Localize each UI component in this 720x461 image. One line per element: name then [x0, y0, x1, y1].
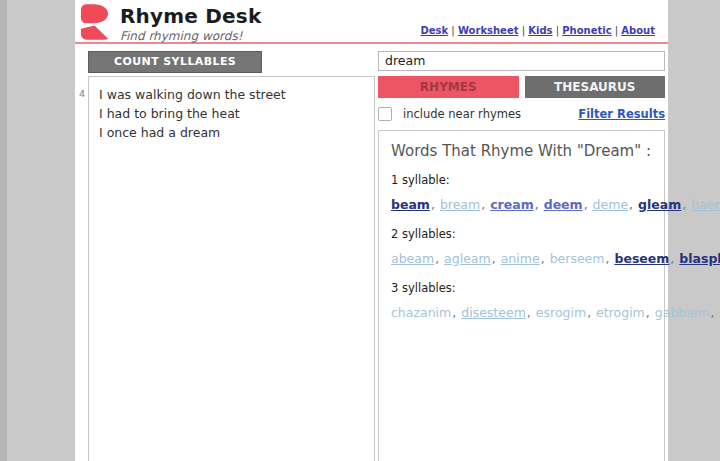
word-list: beam,bream,cream,deem,deme,gleam,haem,he…	[391, 195, 652, 214]
rhyme-word[interactable]: deme	[593, 197, 629, 212]
filter-results-link[interactable]: Filter Results	[578, 107, 665, 121]
nav-separator: |	[448, 25, 458, 36]
nav-link-worksheet[interactable]: Worksheet	[458, 25, 519, 36]
word-separator: ,	[535, 197, 539, 212]
word-separator: ,	[605, 251, 609, 266]
word-separator: ,	[711, 305, 715, 320]
nav-link-about[interactable]: About	[621, 25, 655, 36]
title-block: Rhyme Desk Find rhyming words!	[120, 4, 668, 43]
header: Rhyme Desk Find rhyming words! Desk | Wo…	[75, 0, 668, 44]
lyrics-textarea[interactable]: I was walking down the street I had to b…	[88, 76, 375, 461]
nav-separator: |	[518, 25, 528, 36]
rhyme-word: gabbaim	[655, 305, 710, 320]
word-separator: ,	[481, 197, 485, 212]
nav-link-kids[interactable]: Kids	[528, 25, 552, 36]
options-row: include near rhymes Filter Results	[378, 105, 665, 123]
rhyme-desk-logo-icon	[80, 3, 109, 40]
rhyme-word[interactable]: gleam	[638, 197, 681, 212]
include-near-rhymes-label: include near rhymes	[403, 107, 521, 121]
tab-rhymes[interactable]: RHYMES	[378, 76, 519, 98]
nav-link-desk[interactable]: Desk	[421, 25, 449, 36]
results-groups: 1 syllable:beam,bream,cream,deem,deme,gl…	[391, 173, 652, 322]
page: Rhyme Desk Find rhyming words! Desk | Wo…	[75, 0, 668, 461]
group-label: 2 syllables:	[391, 227, 652, 241]
rhyme-word[interactable]: haem	[691, 197, 720, 212]
rhyme-group: 3 syllables:chazanim,disesteem,esrogim,e…	[391, 281, 652, 322]
rhyme-word[interactable]: abeam	[391, 251, 434, 266]
group-label: 1 syllable:	[391, 173, 652, 187]
content: COUNT SYLLABLES 4 I was walking down the…	[75, 44, 668, 461]
word-separator: ,	[584, 197, 588, 212]
syllable-count: 4	[76, 76, 88, 461]
tab-thesaurus[interactable]: THESAURUS	[525, 76, 666, 98]
header-nav: Desk | Worksheet | Kids | Phonetic | Abo…	[421, 25, 656, 36]
editor-row: 4 I was walking down the street I had to…	[76, 76, 375, 461]
rhyme-word[interactable]: agleam	[444, 251, 491, 266]
rhyme-word[interactable]: disesteem	[461, 305, 526, 320]
rhyme-word[interactable]: cream	[490, 197, 534, 212]
nav-link-phonetic[interactable]: Phonetic	[562, 25, 611, 36]
rhyme-word[interactable]: blaspheme	[679, 251, 720, 266]
group-label: 3 syllables:	[391, 281, 652, 295]
rhyme-word: berseem	[550, 251, 605, 266]
rhyme-word[interactable]: anime	[501, 251, 540, 266]
rhyme-group: 2 syllables:abeam,agleam,anime,berseem,b…	[391, 227, 652, 268]
rhyme-word: etrogim	[596, 305, 645, 320]
word-separator: ,	[587, 305, 591, 320]
rhyme-word: chazanim	[391, 305, 451, 320]
word-separator: ,	[541, 251, 545, 266]
word-list: chazanim,disesteem,esrogim,etrogim,gabba…	[391, 303, 652, 322]
word-separator: ,	[682, 197, 686, 212]
word-list: abeam,agleam,anime,berseem,beseem,blasph…	[391, 249, 652, 268]
include-near-rhymes-checkbox[interactable]	[378, 107, 392, 121]
rhyme-word: esrogim	[536, 305, 586, 320]
rhyme-word[interactable]: beseem	[614, 251, 669, 266]
rhyme-word[interactable]: beam	[391, 197, 430, 212]
results-title: Words That Rhyme With "Dream" :	[391, 142, 652, 160]
count-syllables-button[interactable]: COUNT SYLLABLES	[88, 51, 262, 73]
rhyme-word[interactable]: deem	[544, 197, 583, 212]
window-edge	[0, 0, 7, 461]
word-separator: ,	[435, 251, 439, 266]
word-separator: ,	[452, 305, 456, 320]
rhyme-word[interactable]: bream	[440, 197, 480, 212]
left-panel: COUNT SYLLABLES 4 I was walking down the…	[76, 50, 375, 461]
tabs: RHYMES THESAURUS	[378, 76, 665, 98]
rhyme-group: 1 syllable:beam,bream,cream,deem,deme,gl…	[391, 173, 652, 214]
word-separator: ,	[646, 305, 650, 320]
word-separator: ,	[527, 305, 531, 320]
nav-separator: |	[612, 25, 622, 36]
word-separator: ,	[492, 251, 496, 266]
nav-separator: |	[553, 25, 563, 36]
word-separator: ,	[670, 251, 674, 266]
search-input[interactable]	[378, 51, 665, 71]
word-separator: ,	[629, 197, 633, 212]
results-box: Words That Rhyme With "Dream" : 1 syllab…	[378, 130, 665, 461]
right-panel: RHYMES THESAURUS include near rhymes Fil…	[378, 50, 665, 461]
word-separator: ,	[431, 197, 435, 212]
